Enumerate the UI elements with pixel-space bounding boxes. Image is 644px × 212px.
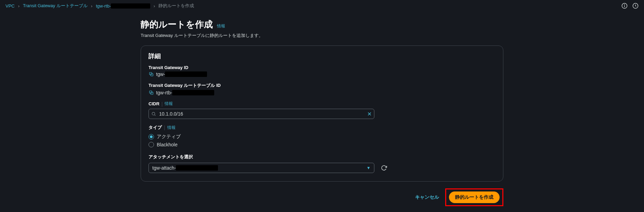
attachment-select-value: tgw-attach-xxxxxxxxxxxxxxxxx bbox=[152, 165, 218, 171]
details-heading: 詳細 bbox=[149, 52, 495, 60]
clear-icon[interactable]: ✕ bbox=[367, 111, 372, 117]
info-icon[interactable] bbox=[621, 3, 628, 9]
breadcrumb-route-tables[interactable]: Transit Gateway ルートテーブル bbox=[23, 3, 88, 9]
redacted-text: xxxxxxxxxxxxxxxxx bbox=[111, 3, 150, 9]
radio-active-label: アクティブ bbox=[157, 134, 181, 140]
breadcrumb-current: 静的ルートを作成 bbox=[158, 3, 194, 9]
details-panel: 詳細 Transit Gateway ID tgw-xxxxxxxxxxxxxx… bbox=[141, 45, 503, 182]
attachment-select[interactable]: tgw-attach-xxxxxxxxxxxxxxxxx ▼ bbox=[149, 163, 374, 173]
highlight-frame: 静的ルートを作成 bbox=[445, 188, 503, 206]
tgw-id-label: Transit Gateway ID bbox=[149, 65, 495, 70]
chevron-down-icon: ▼ bbox=[366, 165, 371, 170]
copy-icon[interactable] bbox=[149, 71, 154, 77]
rtb-id-label: Transit Gateway ルートテーブル ID bbox=[149, 82, 495, 89]
type-info-link[interactable]: 情報 bbox=[167, 125, 176, 131]
chevron-right-icon: › bbox=[91, 3, 92, 9]
breadcrumb: VPC › Transit Gateway ルートテーブル › tgw-rtb-… bbox=[5, 3, 621, 9]
create-route-button[interactable]: 静的ルートを作成 bbox=[449, 191, 500, 203]
cidr-input[interactable] bbox=[149, 109, 374, 119]
chevron-right-icon: › bbox=[154, 3, 155, 9]
attachment-label: アタッチメントを選択 bbox=[149, 154, 495, 160]
breadcrumb-rtb-id[interactable]: tgw-rtb-xxxxxxxxxxxxxxxxx bbox=[96, 3, 150, 9]
copy-icon[interactable] bbox=[149, 90, 154, 95]
cidr-info-link[interactable]: 情報 bbox=[165, 101, 173, 107]
rtb-id-value: tgw-rtb-xxxxxxxxxxxxxxxxx bbox=[156, 90, 214, 95]
redacted-text: xxxxxxxxxxxxxxxxx bbox=[172, 90, 214, 95]
radio-icon bbox=[149, 134, 154, 140]
page-title-info-link[interactable]: 情報 bbox=[217, 23, 225, 29]
radio-icon bbox=[149, 142, 154, 147]
radio-blackhole-label: Blackhole bbox=[157, 142, 178, 147]
tgw-id-value: tgw-xxxxxxxxxxxxxxxxx bbox=[156, 71, 207, 77]
page-subtitle: Transit Gateway ルートテーブルに静的ルートを追加します。 bbox=[141, 32, 503, 39]
chevron-right-icon: › bbox=[18, 3, 20, 9]
page-title: 静的ルートを作成 bbox=[141, 18, 213, 30]
refresh-button[interactable] bbox=[379, 163, 389, 173]
radio-active[interactable]: アクティブ bbox=[149, 133, 495, 141]
redacted-text: xxxxxxxxxxxxxxxxx bbox=[165, 71, 207, 77]
radio-blackhole[interactable]: Blackhole bbox=[149, 141, 495, 148]
cidr-label: CIDR bbox=[149, 101, 159, 106]
type-label: タイプ bbox=[149, 124, 162, 131]
cancel-button[interactable]: キャンセル bbox=[415, 194, 439, 200]
redacted-text: xxxxxxxxxxxxxxxxx bbox=[176, 165, 218, 171]
svg-point-2 bbox=[624, 4, 625, 5]
clock-icon[interactable] bbox=[632, 3, 639, 9]
breadcrumb-vpc[interactable]: VPC bbox=[5, 3, 15, 9]
